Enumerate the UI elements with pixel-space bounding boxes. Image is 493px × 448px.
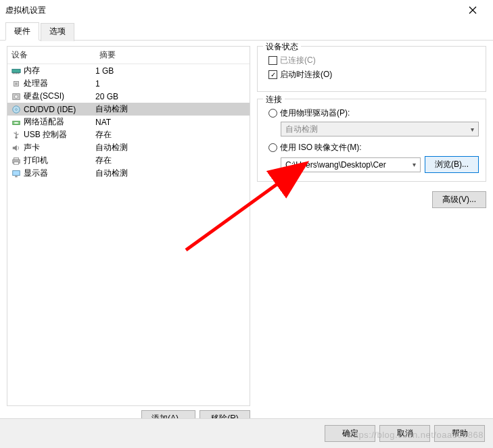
footer: 确定 取消 帮助 — [0, 418, 493, 448]
chevron-down-icon: ▾ — [471, 126, 474, 133]
tab-bar: 硬件 选项 — [0, 22, 493, 41]
svg-rect-5 — [15, 72, 16, 74]
group-connection: 连接 使用物理驱动器(P): 自动检测 ▾ 使用 ISO 映像文件(M): C:… — [257, 99, 486, 182]
header-summary[interactable]: 摘要 — [95, 47, 250, 64]
device-name: 显示器 — [22, 168, 95, 179]
browse-button[interactable]: 浏览(B)... — [425, 156, 479, 173]
svg-rect-10 — [15, 82, 18, 85]
sound-icon — [10, 143, 22, 153]
svg-rect-26 — [15, 176, 18, 177]
net-icon — [10, 118, 22, 127]
right-column: 设备状态 已连接(C) ✓ 启动时连接(O) 连接 使用物理驱动器(P): 自动… — [257, 46, 486, 427]
device-name: 硬盘(SCSI) — [22, 91, 95, 102]
close-button[interactable] — [457, 0, 488, 20]
checkbox-connect-poweron-row[interactable]: ✓ 启动时连接(O) — [268, 69, 479, 80]
label-connect-poweron: 启动时连接(O) — [280, 69, 332, 80]
label-iso: 使用 ISO 映像文件(M): — [280, 142, 362, 153]
printer-icon — [10, 156, 22, 166]
svg-rect-25 — [13, 170, 20, 175]
device-row[interactable]: 内存1 GB — [7, 64, 250, 77]
svg-rect-2 — [12, 69, 20, 72]
iso-path-value: C:\Users\wang\Desktop\Cer — [285, 160, 386, 170]
device-name: 内存 — [22, 65, 95, 76]
device-row[interactable]: 显示器自动检测 — [7, 167, 250, 180]
radio-iso-row[interactable]: 使用 ISO 映像文件(M): — [268, 142, 479, 153]
checkbox-connected-row[interactable]: 已连接(C) — [268, 55, 479, 66]
device-name: 网络适配器 — [22, 116, 95, 128]
svg-rect-16 — [14, 122, 18, 124]
svg-rect-8 — [19, 72, 20, 74]
svg-rect-23 — [14, 157, 19, 159]
cpu-icon — [10, 79, 22, 89]
checkbox-connected[interactable] — [268, 56, 277, 65]
radio-physical-row[interactable]: 使用物理驱动器(P): — [268, 107, 479, 119]
advanced-button[interactable]: 高级(V)... — [432, 191, 486, 208]
device-row[interactable]: USB 控制器存在 — [7, 128, 250, 141]
usb-icon — [10, 130, 22, 140]
display-icon — [10, 169, 22, 178]
physical-drive-combo: 自动检测 ▾ — [281, 122, 479, 136]
device-name: 处理器 — [22, 78, 95, 89]
group-device-status: 设备状态 已连接(C) ✓ 启动时连接(O) — [257, 46, 486, 92]
legend-device-status: 设备状态 — [263, 41, 301, 53]
device-summary: NAT — [95, 118, 247, 127]
device-row[interactable]: CD/DVD (IDE)自动检测 — [7, 103, 250, 116]
device-summary: 1 GB — [95, 66, 247, 76]
radio-iso[interactable] — [268, 143, 277, 152]
device-name: USB 控制器 — [22, 129, 95, 141]
device-summary: 存在 — [95, 129, 247, 141]
list-header: 设备 摘要 — [7, 47, 250, 64]
header-device[interactable]: 设备 — [7, 47, 95, 64]
ok-button[interactable]: 确定 — [325, 425, 375, 442]
radio-physical[interactable] — [268, 109, 277, 118]
device-summary: 自动检测 — [95, 103, 247, 115]
memory-icon — [10, 66, 22, 76]
advanced-row: 高级(V)... — [257, 191, 486, 208]
device-name: CD/DVD (IDE) — [22, 105, 95, 114]
device-summary: 20 GB — [95, 92, 247, 101]
device-row[interactable]: 声卡自动检测 — [7, 141, 250, 154]
tab-options[interactable]: 选项 — [41, 23, 74, 41]
chevron-down-icon: ▾ — [413, 161, 416, 168]
window-title: 虚拟机设置 — [5, 5, 457, 16]
device-row[interactable]: 网络适配器NAT — [7, 116, 250, 128]
device-name: 打印机 — [22, 155, 95, 166]
tab-hardware[interactable]: 硬件 — [5, 22, 39, 41]
cd-icon — [10, 105, 22, 114]
svg-marker-21 — [13, 145, 17, 151]
list-body: 内存1 GB处理器1硬盘(SCSI)20 GBCD/DVD (IDE)自动检测网… — [7, 64, 250, 180]
device-row[interactable]: 打印机存在 — [7, 154, 250, 167]
svg-rect-7 — [18, 72, 18, 74]
cancel-button[interactable]: 取消 — [379, 425, 430, 442]
label-connected: 已连接(C) — [280, 55, 316, 66]
device-summary: 自动检测 — [95, 142, 247, 153]
svg-rect-4 — [14, 72, 15, 74]
label-physical: 使用物理驱动器(P): — [280, 107, 350, 119]
device-list[interactable]: 设备 摘要 内存1 GB处理器1硬盘(SCSI)20 GBCD/DVD (IDE… — [7, 46, 250, 406]
close-icon — [469, 6, 477, 14]
device-row[interactable]: 处理器1 — [7, 77, 250, 90]
svg-rect-24 — [14, 161, 19, 164]
svg-rect-3 — [13, 72, 14, 74]
titlebar: 虚拟机设置 — [0, 0, 493, 20]
svg-rect-6 — [16, 72, 17, 74]
svg-point-12 — [14, 95, 18, 98]
legend-connection: 连接 — [263, 94, 285, 105]
physical-drive-value: 自动检测 — [285, 124, 318, 135]
device-summary: 存在 — [95, 155, 247, 166]
device-summary: 1 — [95, 79, 247, 89]
device-name: 声卡 — [22, 142, 95, 153]
checkbox-connect-poweron[interactable]: ✓ — [268, 70, 277, 79]
left-column: 设备 摘要 内存1 GB处理器1硬盘(SCSI)20 GBCD/DVD (IDE… — [7, 46, 250, 427]
device-summary: 自动检测 — [95, 168, 247, 179]
iso-path-combo[interactable]: C:\Users\wang\Desktop\Cer ▾ — [281, 157, 421, 172]
content-area: 设备 摘要 内存1 GB处理器1硬盘(SCSI)20 GBCD/DVD (IDE… — [0, 41, 493, 432]
svg-point-14 — [16, 108, 18, 110]
device-row[interactable]: 硬盘(SCSI)20 GB — [7, 90, 250, 103]
disk-icon — [10, 92, 22, 101]
help-button[interactable]: 帮助 — [434, 425, 485, 442]
